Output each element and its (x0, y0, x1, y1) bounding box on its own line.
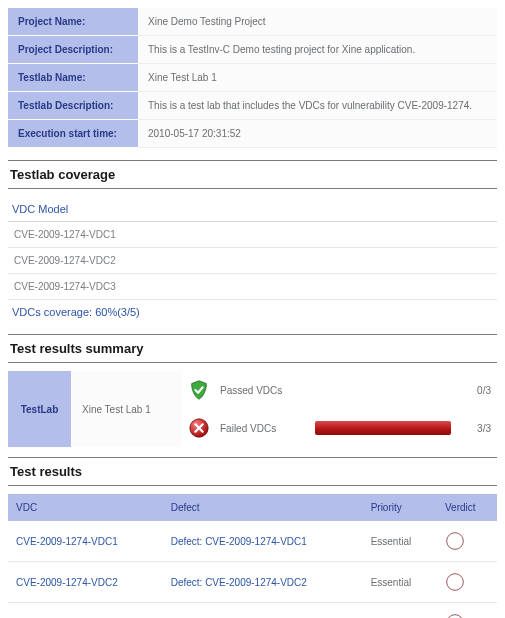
table-row: CVE-2009-1274-VDC2Defect: CVE-2009-1274-… (8, 562, 497, 603)
label-testlab-name: Testlab Name: (8, 64, 138, 92)
summary-row-passed: Passed VDCs 0/3 (182, 371, 497, 409)
coverage-header[interactable]: VDC Model (8, 197, 497, 222)
failed-label: Failed VDCs (220, 423, 305, 434)
col-defect[interactable]: Defect (163, 494, 363, 521)
vdc-link[interactable]: CVE-2009-1274-VDC2 (16, 577, 118, 588)
col-vdc[interactable]: VDC (8, 494, 163, 521)
table-row: CVE-2009-1274-VDC3Defect: CVE-2009-1274-… (8, 603, 497, 619)
failed-bar (315, 421, 451, 435)
value-project-description: This is a TestInv-C Demo testing project… (138, 36, 497, 64)
value-execution-time: 2010-05-17 20:31:52 (138, 120, 497, 148)
error-circle-icon (445, 572, 489, 592)
value-testlab-name: Xine Test Lab 1 (138, 64, 497, 92)
section-title-summary: Test results summary (8, 334, 497, 363)
coverage-row: CVE-2009-1274-VDC3 (8, 274, 497, 300)
summary-row-failed: Failed VDCs 3/3 (182, 409, 497, 447)
priority-value: Essential (371, 577, 412, 588)
shield-check-icon (188, 379, 210, 401)
error-circle-icon (445, 531, 489, 551)
defect-link[interactable]: Defect: CVE-2009-1274-VDC2 (171, 577, 307, 588)
table-row: CVE-2009-1274-VDC1Defect: CVE-2009-1274-… (8, 521, 497, 562)
section-title-coverage: Testlab coverage (8, 160, 497, 189)
priority-value: Essential (371, 536, 412, 547)
coverage-box: VDC Model CVE-2009-1274-VDC1 CVE-2009-12… (8, 197, 497, 324)
coverage-row: CVE-2009-1274-VDC1 (8, 222, 497, 248)
coverage-summary: VDCs coverage: 60%(3/5) (8, 300, 497, 324)
label-project-description: Project Description: (8, 36, 138, 64)
passed-label: Passed VDCs (220, 385, 305, 396)
failed-count: 3/3 (461, 423, 491, 434)
label-testlab-description: Testlab Description: (8, 92, 138, 120)
section-title-results: Test results (8, 457, 497, 486)
passed-count: 0/3 (461, 385, 491, 396)
results-table: VDC Defect Priority Verdict CVE-2009-127… (8, 494, 497, 618)
project-info-table: Project Name: Xine Demo Testing Project … (8, 8, 497, 148)
error-circle-icon (188, 417, 210, 439)
col-verdict[interactable]: Verdict (437, 494, 497, 521)
defect-link[interactable]: Defect: CVE-2009-1274-VDC1 (171, 536, 307, 547)
passed-bar (315, 383, 451, 397)
col-priority[interactable]: Priority (363, 494, 437, 521)
error-circle-icon (445, 613, 489, 618)
value-project-name: Xine Demo Testing Project (138, 8, 497, 36)
label-execution-time: Execution start time: (8, 120, 138, 148)
vdc-link[interactable]: CVE-2009-1274-VDC1 (16, 536, 118, 547)
summary-wrap: TestLab Xine Test Lab 1 Passed VDCs 0/3 (8, 371, 497, 447)
summary-lab-name: Xine Test Lab 1 (72, 371, 182, 447)
value-testlab-description: This is a test lab that includes the VDC… (138, 92, 497, 120)
label-project-name: Project Name: (8, 8, 138, 36)
coverage-row: CVE-2009-1274-VDC2 (8, 248, 497, 274)
summary-left-label: TestLab (8, 371, 72, 447)
